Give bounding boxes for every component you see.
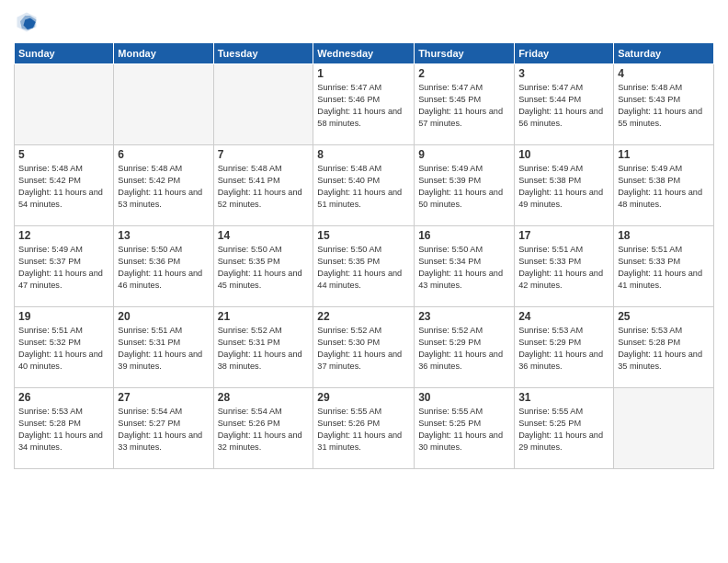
day-cell: 20Sunrise: 5:51 AMSunset: 5:31 PMDayligh… — [114, 307, 213, 388]
day-number: 21 — [218, 310, 310, 323]
day-cell: 18Sunrise: 5:51 AMSunset: 5:33 PMDayligh… — [614, 226, 714, 307]
cell-info: Sunrise: 5:48 AMSunset: 5:42 PMDaylight:… — [118, 163, 209, 211]
day-number: 6 — [118, 148, 209, 161]
day-cell — [114, 64, 213, 145]
day-number: 12 — [18, 229, 109, 242]
day-cell: 7Sunrise: 5:48 AMSunset: 5:41 PMDaylight… — [213, 145, 313, 226]
day-cell: 11Sunrise: 5:49 AMSunset: 5:38 PMDayligh… — [614, 145, 714, 226]
week-row-5: 26Sunrise: 5:53 AMSunset: 5:28 PMDayligh… — [15, 388, 714, 469]
day-header-tuesday: Tuesday — [213, 43, 313, 64]
cell-info: Sunrise: 5:55 AMSunset: 5:25 PMDaylight:… — [418, 406, 510, 454]
day-header-saturday: Saturday — [614, 43, 714, 64]
day-number: 5 — [18, 148, 109, 161]
day-cell: 6Sunrise: 5:48 AMSunset: 5:42 PMDaylight… — [114, 145, 213, 226]
page-header — [14, 9, 714, 35]
day-number: 29 — [317, 391, 410, 404]
day-cell: 28Sunrise: 5:54 AMSunset: 5:26 PMDayligh… — [213, 388, 313, 469]
day-cell: 19Sunrise: 5:51 AMSunset: 5:32 PMDayligh… — [15, 307, 114, 388]
day-cell: 25Sunrise: 5:53 AMSunset: 5:28 PMDayligh… — [614, 307, 714, 388]
day-number: 25 — [618, 310, 710, 323]
day-number: 17 — [518, 229, 609, 242]
day-cell: 12Sunrise: 5:49 AMSunset: 5:37 PMDayligh… — [15, 226, 114, 307]
day-cell: 23Sunrise: 5:52 AMSunset: 5:29 PMDayligh… — [415, 307, 515, 388]
cell-info: Sunrise: 5:49 AMSunset: 5:39 PMDaylight:… — [418, 163, 510, 211]
day-number: 1 — [317, 67, 410, 80]
cell-info: Sunrise: 5:54 AMSunset: 5:27 PMDaylight:… — [118, 406, 209, 454]
day-number: 2 — [418, 67, 510, 80]
day-cell: 26Sunrise: 5:53 AMSunset: 5:28 PMDayligh… — [15, 388, 114, 469]
cell-info: Sunrise: 5:49 AMSunset: 5:38 PMDaylight:… — [618, 163, 710, 211]
cell-info: Sunrise: 5:53 AMSunset: 5:29 PMDaylight:… — [518, 325, 609, 373]
day-number: 19 — [18, 310, 109, 323]
day-header-thursday: Thursday — [415, 43, 515, 64]
day-cell — [213, 64, 313, 145]
logo-icon — [14, 9, 40, 35]
day-cell: 21Sunrise: 5:52 AMSunset: 5:31 PMDayligh… — [213, 307, 313, 388]
day-cell: 5Sunrise: 5:48 AMSunset: 5:42 PMDaylight… — [15, 145, 114, 226]
day-cell: 8Sunrise: 5:48 AMSunset: 5:40 PMDaylight… — [313, 145, 415, 226]
day-number: 9 — [418, 148, 510, 161]
cell-info: Sunrise: 5:52 AMSunset: 5:29 PMDaylight:… — [418, 325, 510, 373]
cell-info: Sunrise: 5:47 AMSunset: 5:45 PMDaylight:… — [418, 82, 510, 130]
day-number: 10 — [518, 148, 609, 161]
day-cell: 10Sunrise: 5:49 AMSunset: 5:38 PMDayligh… — [515, 145, 614, 226]
day-cell: 14Sunrise: 5:50 AMSunset: 5:35 PMDayligh… — [213, 226, 313, 307]
week-row-2: 5Sunrise: 5:48 AMSunset: 5:42 PMDaylight… — [15, 145, 714, 226]
day-cell: 22Sunrise: 5:52 AMSunset: 5:30 PMDayligh… — [313, 307, 415, 388]
cell-info: Sunrise: 5:55 AMSunset: 5:26 PMDaylight:… — [317, 406, 410, 454]
day-cell: 24Sunrise: 5:53 AMSunset: 5:29 PMDayligh… — [515, 307, 614, 388]
day-cell: 4Sunrise: 5:48 AMSunset: 5:43 PMDaylight… — [614, 64, 714, 145]
day-cell: 3Sunrise: 5:47 AMSunset: 5:44 PMDaylight… — [515, 64, 614, 145]
cell-info: Sunrise: 5:51 AMSunset: 5:32 PMDaylight:… — [18, 325, 109, 373]
day-cell — [614, 388, 714, 469]
cell-info: Sunrise: 5:50 AMSunset: 5:35 PMDaylight:… — [317, 244, 410, 292]
cell-info: Sunrise: 5:50 AMSunset: 5:36 PMDaylight:… — [118, 244, 209, 292]
day-header-friday: Friday — [515, 43, 614, 64]
day-number: 8 — [317, 148, 410, 161]
cell-info: Sunrise: 5:53 AMSunset: 5:28 PMDaylight:… — [618, 325, 710, 373]
calendar-table: SundayMondayTuesdayWednesdayThursdayFrid… — [14, 42, 714, 469]
day-number: 4 — [618, 67, 710, 80]
day-cell: 27Sunrise: 5:54 AMSunset: 5:27 PMDayligh… — [114, 388, 213, 469]
day-number: 7 — [218, 148, 310, 161]
day-number: 24 — [518, 310, 609, 323]
day-number: 31 — [518, 391, 609, 404]
day-header-wednesday: Wednesday — [313, 43, 415, 64]
day-cell: 9Sunrise: 5:49 AMSunset: 5:39 PMDaylight… — [415, 145, 515, 226]
day-number: 26 — [18, 391, 109, 404]
cell-info: Sunrise: 5:54 AMSunset: 5:26 PMDaylight:… — [218, 406, 310, 454]
cell-info: Sunrise: 5:48 AMSunset: 5:41 PMDaylight:… — [218, 163, 310, 211]
day-number: 18 — [618, 229, 710, 242]
cell-info: Sunrise: 5:48 AMSunset: 5:40 PMDaylight:… — [317, 163, 410, 211]
day-cell — [15, 64, 114, 145]
day-number: 28 — [218, 391, 310, 404]
logo — [14, 9, 43, 35]
day-number: 23 — [418, 310, 510, 323]
cell-info: Sunrise: 5:50 AMSunset: 5:35 PMDaylight:… — [218, 244, 310, 292]
day-cell: 13Sunrise: 5:50 AMSunset: 5:36 PMDayligh… — [114, 226, 213, 307]
day-cell: 16Sunrise: 5:50 AMSunset: 5:34 PMDayligh… — [415, 226, 515, 307]
cell-info: Sunrise: 5:55 AMSunset: 5:25 PMDaylight:… — [518, 406, 609, 454]
cell-info: Sunrise: 5:53 AMSunset: 5:28 PMDaylight:… — [18, 406, 109, 454]
day-cell: 2Sunrise: 5:47 AMSunset: 5:45 PMDaylight… — [415, 64, 515, 145]
day-number: 16 — [418, 229, 510, 242]
calendar-header: SundayMondayTuesdayWednesdayThursdayFrid… — [15, 43, 714, 64]
week-row-3: 12Sunrise: 5:49 AMSunset: 5:37 PMDayligh… — [15, 226, 714, 307]
day-number: 22 — [317, 310, 410, 323]
cell-info: Sunrise: 5:49 AMSunset: 5:37 PMDaylight:… — [18, 244, 109, 292]
day-number: 27 — [118, 391, 209, 404]
cell-info: Sunrise: 5:47 AMSunset: 5:44 PMDaylight:… — [518, 82, 609, 130]
cell-info: Sunrise: 5:48 AMSunset: 5:42 PMDaylight:… — [18, 163, 109, 211]
day-cell: 1Sunrise: 5:47 AMSunset: 5:46 PMDaylight… — [313, 64, 415, 145]
day-number: 14 — [218, 229, 310, 242]
week-row-1: 1Sunrise: 5:47 AMSunset: 5:46 PMDaylight… — [15, 64, 714, 145]
cell-info: Sunrise: 5:51 AMSunset: 5:33 PMDaylight:… — [618, 244, 710, 292]
day-cell: 15Sunrise: 5:50 AMSunset: 5:35 PMDayligh… — [313, 226, 415, 307]
cell-info: Sunrise: 5:52 AMSunset: 5:30 PMDaylight:… — [317, 325, 410, 373]
day-header-monday: Monday — [114, 43, 213, 64]
day-number: 30 — [418, 391, 510, 404]
day-number: 20 — [118, 310, 209, 323]
day-number: 11 — [618, 148, 710, 161]
calendar-container: SundayMondayTuesdayWednesdayThursdayFrid… — [0, 0, 728, 563]
week-row-4: 19Sunrise: 5:51 AMSunset: 5:32 PMDayligh… — [15, 307, 714, 388]
